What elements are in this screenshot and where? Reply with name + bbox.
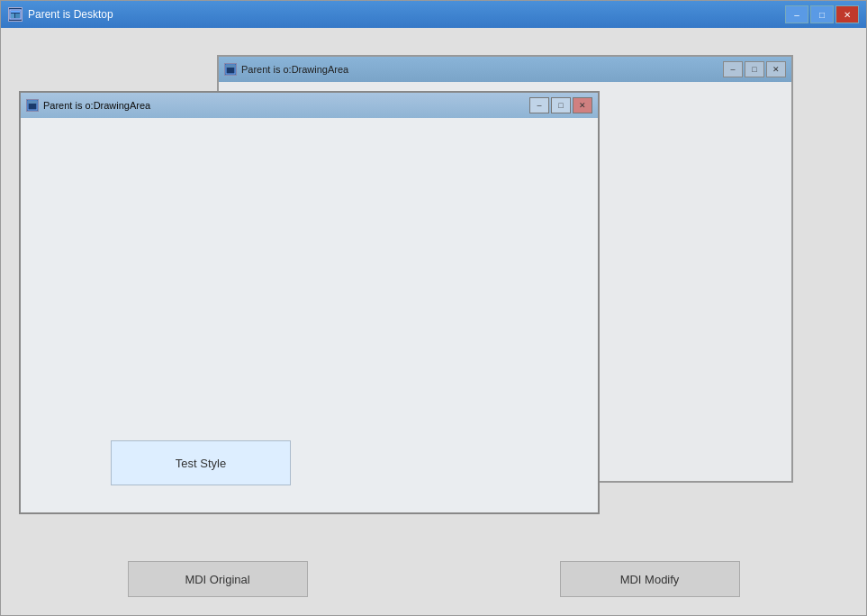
mdi-back-icon [224, 63, 237, 76]
main-titlebar: Parent is Desktop – □ ✕ [1, 1, 866, 28]
mdi-back-minimize[interactable]: – [723, 61, 743, 77]
svg-rect-2 [11, 14, 14, 18]
svg-rect-7 [28, 101, 37, 104]
mdi-modify-button[interactable]: MDI Modify [560, 561, 740, 597]
mdi-back-close[interactable]: ✕ [766, 61, 786, 77]
main-maximize-button[interactable]: □ [810, 5, 834, 23]
main-window: Parent is Desktop – □ ✕ Parent is o:Draw… [0, 0, 867, 616]
mdi-front-close[interactable]: ✕ [573, 97, 592, 113]
main-window-icon [8, 7, 23, 22]
main-title: Parent is Desktop [28, 8, 780, 21]
mdi-front-minimize[interactable]: – [529, 97, 549, 113]
mdi-back-maximize[interactable]: □ [745, 61, 764, 77]
main-content-area: Parent is o:DrawingArea – □ ✕ Parent is … [1, 28, 866, 615]
mdi-back-controls: – □ ✕ [723, 61, 786, 77]
mdi-front-icon [26, 99, 39, 112]
mdi-back-title: Parent is o:DrawingArea [241, 64, 718, 75]
svg-rect-3 [15, 14, 20, 18]
mdi-window-front: Parent is o:DrawingArea – □ ✕ Test Style [19, 91, 600, 514]
svg-rect-5 [226, 65, 235, 68]
mdi-front-titlebar: Parent is o:DrawingArea – □ ✕ [21, 93, 598, 118]
test-style-button[interactable]: Test Style [111, 440, 291, 485]
main-minimize-button[interactable]: – [785, 5, 808, 23]
mdi-front-controls: – □ ✕ [529, 97, 592, 113]
mdi-front-content: Test Style [21, 118, 598, 512]
main-window-controls: – □ ✕ [785, 5, 859, 23]
mdi-front-title: Parent is o:DrawingArea [43, 100, 525, 111]
bottom-button-bar: MDI Original MDI Modify [1, 561, 866, 597]
main-close-button[interactable]: ✕ [835, 5, 859, 23]
svg-rect-1 [11, 11, 20, 13]
mdi-back-titlebar: Parent is o:DrawingArea – □ ✕ [219, 57, 791, 82]
mdi-front-maximize[interactable]: □ [551, 97, 571, 113]
mdi-original-button[interactable]: MDI Original [128, 561, 308, 597]
